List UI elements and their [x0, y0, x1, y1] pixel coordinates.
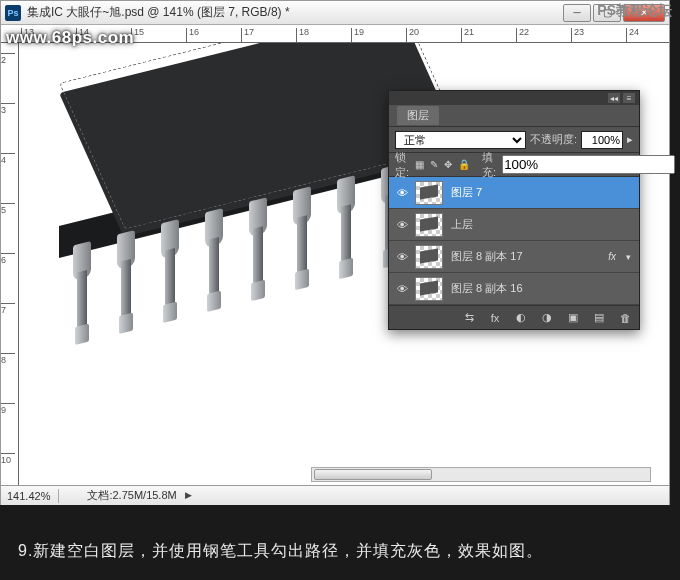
tutorial-caption: 9.新建空白图层，并使用钢笔工具勾出路径，并填充灰色，效果如图。: [18, 541, 543, 562]
ruler-tick: 21: [461, 28, 474, 42]
layer-row[interactable]: 👁图层 8 副本 16: [389, 273, 639, 305]
watermark-forum: PS教程论坛: [597, 2, 672, 20]
panel-tabbar: ◂◂ ≡: [389, 91, 639, 105]
layer-name[interactable]: 上层: [447, 217, 635, 232]
ruler-tick: 8: [1, 353, 15, 365]
minimize-button[interactable]: ─: [563, 4, 591, 22]
new-layer-icon[interactable]: ▤: [591, 310, 607, 326]
layer-list: 👁图层 7👁上层👁图层 8 副本 17fx▾👁图层 8 副本 16: [389, 177, 639, 305]
app-icon: Ps: [5, 5, 21, 21]
chip-pin: [243, 196, 273, 308]
status-menu-icon[interactable]: ▶: [185, 490, 197, 502]
fill-input[interactable]: [502, 155, 675, 174]
layer-thumbnail[interactable]: [415, 277, 443, 301]
ruler-tick: 16: [186, 28, 199, 42]
visibility-icon[interactable]: 👁: [393, 184, 411, 202]
layer-row[interactable]: 👁图层 8 副本 17fx▾: [389, 241, 639, 273]
chip-pin: [111, 229, 141, 341]
lock-all-icon[interactable]: 🔒: [458, 158, 470, 172]
layer-thumbnail[interactable]: [415, 181, 443, 205]
chip-pin: [331, 174, 361, 286]
layers-tab[interactable]: 图层: [397, 106, 439, 125]
chip-pin: [67, 240, 97, 352]
ruler-tick: 7: [1, 303, 15, 315]
panel-tabs: 图层: [389, 105, 639, 127]
chip-pin: [287, 185, 317, 297]
layer-thumbnail[interactable]: [415, 213, 443, 237]
fx-expand-icon[interactable]: ▾: [622, 252, 635, 262]
fx-icon[interactable]: fx: [487, 310, 503, 326]
ruler-tick: 20: [406, 28, 419, 42]
chip-pin: [199, 207, 229, 319]
lock-label: 锁定:: [395, 150, 409, 180]
opacity-flyout-icon[interactable]: ▸: [627, 133, 633, 146]
ruler-tick: 18: [296, 28, 309, 42]
ruler-tick: 5: [1, 203, 15, 215]
layer-thumbnail[interactable]: [415, 245, 443, 269]
ruler-tick: 19: [351, 28, 364, 42]
titlebar: Ps 集成IC 大眼仔~旭.psd @ 141% (图层 7, RGB/8) *…: [1, 1, 669, 25]
opacity-label: 不透明度:: [530, 132, 577, 147]
lock-transparent-icon[interactable]: ▦: [415, 158, 424, 172]
horizontal-scrollbar[interactable]: [311, 467, 651, 482]
ruler-tick: 24: [626, 28, 639, 42]
layers-footer: ⇆ fx ◐ ◑ ▣ ▤ 🗑: [389, 305, 639, 329]
panel-menu-icon[interactable]: ≡: [623, 93, 635, 103]
lock-move-icon[interactable]: ✥: [444, 158, 452, 172]
opacity-input[interactable]: [581, 131, 623, 149]
ruler-tick: 6: [1, 253, 15, 265]
ruler-tick: 9: [1, 403, 15, 415]
layer-name[interactable]: 图层 8 副本 17: [447, 249, 604, 264]
ruler-tick: 4: [1, 153, 15, 165]
chip-illustration: [59, 93, 429, 373]
ruler-vertical: 2345678910: [1, 43, 19, 485]
ruler-tick: 3: [1, 103, 15, 115]
trash-icon[interactable]: 🗑: [617, 310, 633, 326]
ruler-tick: 17: [241, 28, 254, 42]
status-bar: 141.42% 文档:2.75M/15.8M ▶: [1, 485, 669, 505]
blend-row: 正常 不透明度: ▸: [389, 127, 639, 153]
layers-panel[interactable]: ◂◂ ≡ 图层 正常 不透明度: ▸ 锁定: ▦ ✎ ✥ 🔒 填充: ▸ 👁图层…: [388, 90, 640, 330]
panel-collapse-icon[interactable]: ◂◂: [608, 93, 620, 103]
window-title: 集成IC 大眼仔~旭.psd @ 141% (图层 7, RGB/8) *: [27, 4, 563, 21]
fx-badge[interactable]: fx: [608, 251, 618, 262]
layer-name[interactable]: 图层 7: [447, 185, 635, 200]
ruler-tick: 23: [571, 28, 584, 42]
ruler-tick: 10: [1, 453, 15, 465]
group-icon[interactable]: ▣: [565, 310, 581, 326]
blend-mode-select[interactable]: 正常: [395, 131, 526, 149]
scrollbar-thumb[interactable]: [314, 469, 432, 480]
visibility-icon[interactable]: 👁: [393, 248, 411, 266]
link-layers-icon[interactable]: ⇆: [461, 310, 477, 326]
layer-row[interactable]: 👁图层 7: [389, 177, 639, 209]
ruler-tick: 2: [1, 53, 15, 65]
chip-pin: [155, 218, 185, 330]
layer-row[interactable]: 👁上层: [389, 209, 639, 241]
zoom-level[interactable]: 141.42%: [7, 490, 50, 502]
watermark-68ps: www.68ps.com: [6, 28, 134, 48]
doc-label: 文档:: [87, 489, 112, 501]
doc-size: 2.75M/15.8M: [113, 489, 177, 501]
ruler-tick: 22: [516, 28, 529, 42]
fill-label: 填充:: [482, 150, 496, 180]
lock-paint-icon[interactable]: ✎: [430, 158, 438, 172]
adjustment-icon[interactable]: ◑: [539, 310, 555, 326]
layer-name[interactable]: 图层 8 副本 16: [447, 281, 635, 296]
mask-icon[interactable]: ◐: [513, 310, 529, 326]
visibility-icon[interactable]: 👁: [393, 216, 411, 234]
lock-row: 锁定: ▦ ✎ ✥ 🔒 填充: ▸: [389, 153, 639, 177]
visibility-icon[interactable]: 👁: [393, 280, 411, 298]
